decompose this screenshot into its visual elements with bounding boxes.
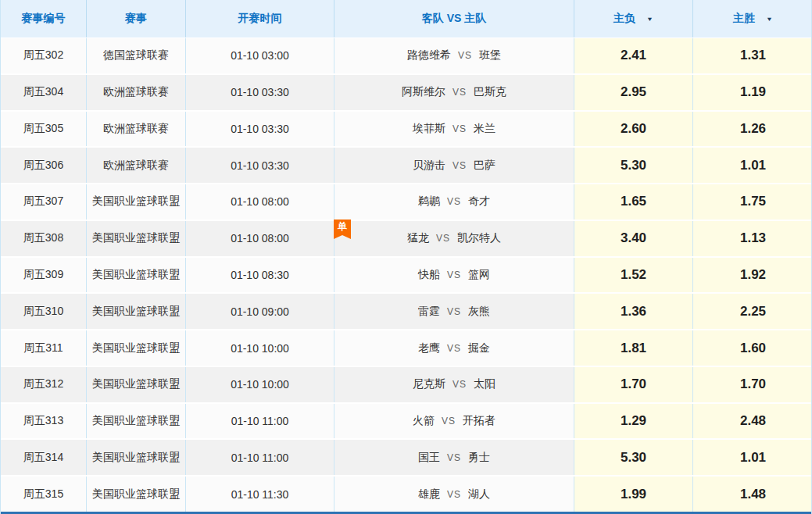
start-time-cell: 01-10 10:00 (186, 330, 334, 366)
teams-cell: 单 国王 VS 勇士 (334, 440, 574, 475)
away-team-label: 鹈鹕 (418, 195, 440, 209)
home-team-label: 太阳 (474, 377, 495, 391)
table-row: 周五307 美国职业篮球联盟 01-10 08:00 单 鹈鹕 VS 奇才 1.… (1, 183, 811, 220)
start-time-cell: 01-10 03:30 (186, 75, 334, 110)
home-team-label: 班堡 (479, 48, 501, 62)
teams-cell: 单 埃菲斯 VS 米兰 (334, 112, 574, 147)
header-away-win-label: 主负 (613, 12, 635, 26)
home-team-label: 开拓者 (463, 414, 495, 428)
table-row: 周五310 美国职业篮球联盟 01-10 09:00 单 雷霆 VS 灰熊 1.… (1, 292, 811, 329)
league-cell: 美国职业篮球联盟 (87, 330, 186, 366)
home-team-label: 篮网 (468, 268, 490, 282)
start-time-cell: 01-10 08:30 (186, 258, 334, 293)
home-win-odds-cell[interactable]: 1.26 (693, 112, 812, 147)
match-id-cell: 周五306 (1, 148, 87, 183)
away-win-odds-cell[interactable]: 2.95 (574, 75, 693, 110)
vs-separator: VS (442, 416, 456, 427)
home-win-odds-cell[interactable]: 1.31 (693, 38, 812, 73)
table-header-row: 赛事编号 赛事 开赛时间 客队 VS 主队 主负 ▼ 主胜 ▼ (1, 0, 811, 37)
home-team-label: 巴萨 (474, 159, 495, 173)
match-id-cell: 周五311 (1, 330, 87, 366)
table-row: 周五312 美国职业篮球联盟 01-10 10:00 单 尼克斯 VS 太阳 1… (1, 366, 811, 402)
away-team-label: 猛龙 (407, 231, 429, 245)
match-id-cell: 周五305 (1, 112, 87, 147)
odds-table-page: 赛事编号 赛事 开赛时间 客队 VS 主队 主负 ▼ 主胜 ▼ 周五302 德国… (0, 0, 812, 514)
home-win-odds-cell[interactable]: 2.25 (693, 294, 812, 329)
table-row: 周五313 美国职业篮球联盟 01-10 11:00 单 火箭 VS 开拓者 1… (1, 402, 811, 439)
away-win-odds-cell[interactable]: 5.30 (574, 440, 693, 475)
sort-arrow-icon[interactable]: ▼ (766, 16, 773, 23)
league-cell: 欧洲篮球联赛 (87, 112, 186, 147)
away-win-odds-cell[interactable]: 3.40 (574, 221, 693, 256)
away-win-odds-cell[interactable]: 1.70 (574, 367, 693, 402)
home-team-label: 勇士 (468, 451, 490, 465)
away-win-odds-cell[interactable]: 1.36 (574, 294, 693, 329)
teams-cell: 单 贝游击 VS 巴萨 (334, 148, 574, 183)
teams-cell: 单 快船 VS 篮网 (334, 258, 574, 293)
teams-cell: 单 鹈鹕 VS 奇才 (334, 184, 574, 220)
away-win-odds-cell[interactable]: 2.60 (574, 112, 693, 147)
teams-cell: 单 老鹰 VS 掘金 (334, 330, 574, 366)
match-id-cell: 周五309 (1, 258, 87, 293)
away-win-odds-cell[interactable]: 1.81 (574, 330, 693, 366)
header-league-label: 赛事 (125, 12, 147, 26)
home-win-odds-cell[interactable]: 1.75 (693, 184, 812, 220)
match-id-cell: 周五313 (1, 404, 87, 439)
home-team-label: 米兰 (474, 122, 495, 136)
league-cell: 美国职业篮球联盟 (87, 221, 186, 256)
teams-cell: 单 雄鹿 VS 湖人 (334, 477, 574, 512)
home-win-odds-cell[interactable]: 1.92 (693, 258, 812, 293)
teams-cell: 单 路德维希 VS 班堡 (334, 38, 574, 73)
vs-separator: VS (453, 379, 467, 390)
league-cell: 欧洲篮球联赛 (87, 75, 186, 110)
vs-separator: VS (453, 123, 467, 134)
home-team-label: 湖人 (468, 487, 490, 502)
sort-arrow-icon[interactable]: ▼ (646, 16, 653, 23)
away-win-odds-cell[interactable]: 1.52 (574, 258, 693, 293)
start-time-cell: 01-10 03:00 (186, 38, 334, 73)
table-row: 周五314 美国职业篮球联盟 01-10 11:00 单 国王 VS 勇士 5.… (1, 438, 811, 475)
home-win-odds-cell[interactable]: 1.01 (693, 440, 812, 475)
home-win-odds-cell[interactable]: 1.01 (693, 148, 812, 183)
teams-cell: 单 尼克斯 VS 太阳 (334, 367, 574, 402)
single-bet-badge: 单 (334, 220, 351, 235)
away-win-odds-cell[interactable]: 5.30 (574, 148, 693, 183)
away-win-odds-cell[interactable]: 1.65 (574, 184, 693, 220)
home-team-label: 凯尔特人 (457, 231, 501, 245)
teams-cell: 单 火箭 VS 开拓者 (334, 404, 574, 439)
start-time-cell: 01-10 10:00 (186, 367, 334, 402)
away-team-label: 快船 (418, 268, 440, 282)
start-time-cell: 01-10 11:00 (186, 404, 334, 439)
header-away-win-sort[interactable]: 主负 ▼ (574, 0, 693, 37)
vs-separator: VS (447, 452, 461, 463)
start-time-cell: 01-10 08:00 (186, 221, 334, 256)
table-row: 周五302 德国篮球联赛 01-10 03:00 单 路德维希 VS 班堡 2.… (1, 37, 811, 73)
table-row: 周五306 欧洲篮球联赛 01-10 03:30 单 贝游击 VS 巴萨 5.3… (1, 146, 811, 183)
league-cell: 美国职业篮球联盟 (87, 404, 186, 439)
match-id-cell: 周五314 (1, 440, 87, 475)
match-id-cell: 周五315 (1, 477, 87, 512)
vs-separator: VS (447, 269, 461, 280)
away-win-odds-cell[interactable]: 1.99 (574, 477, 693, 512)
home-win-odds-cell[interactable]: 1.48 (693, 477, 812, 512)
home-win-odds-cell[interactable]: 1.13 (693, 221, 812, 256)
league-cell: 美国职业篮球联盟 (87, 477, 186, 512)
league-cell: 德国篮球联赛 (87, 38, 186, 73)
away-win-odds-cell[interactable]: 2.41 (574, 38, 693, 73)
header-home-win-sort[interactable]: 主胜 ▼ (693, 0, 812, 37)
home-win-odds-cell[interactable]: 1.19 (693, 75, 812, 110)
home-win-odds-cell[interactable]: 1.70 (693, 367, 812, 402)
vs-separator: VS (447, 489, 461, 500)
start-time-cell: 01-10 09:00 (186, 294, 334, 329)
teams-cell: 单 雷霆 VS 灰熊 (334, 294, 574, 329)
start-time-cell: 01-10 11:30 (186, 477, 334, 512)
vs-separator: VS (447, 196, 461, 207)
away-team-label: 国王 (418, 451, 440, 465)
league-cell: 美国职业篮球联盟 (87, 440, 186, 475)
away-win-odds-cell[interactable]: 1.29 (574, 404, 693, 439)
away-team-label: 尼克斯 (413, 377, 445, 391)
vs-separator: VS (447, 306, 461, 317)
home-win-odds-cell[interactable]: 1.60 (693, 330, 812, 366)
table-row: 周五311 美国职业篮球联盟 01-10 10:00 单 老鹰 VS 掘金 1.… (1, 329, 811, 366)
home-win-odds-cell[interactable]: 2.48 (693, 404, 812, 439)
